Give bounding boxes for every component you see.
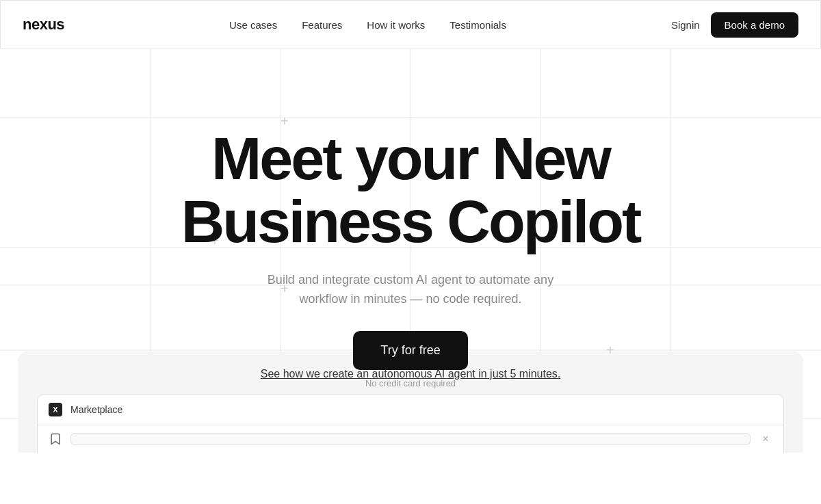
signin-button[interactable]: Signin [671,19,700,31]
demo-app-icon: X [49,403,62,416]
nav-use-cases[interactable]: Use cases [229,19,277,31]
demo-close-button[interactable]: × [759,432,772,446]
nav-links: Use cases Features How it works Testimon… [229,19,506,31]
hero-section: + + + + Meet your New Business Copilot B… [0,49,821,453]
demo-banner-link[interactable]: 5 minutes. [510,368,560,380]
demo-app-body: × [38,425,783,453]
book-demo-button[interactable]: Book a demo [711,12,798,38]
demo-app-title: Marketplace [70,404,122,415]
cta-note: No credit card required [365,378,456,388]
logo[interactable]: nexus [23,16,64,34]
navbar: nexus Use cases Features How it works Te… [0,0,821,49]
hero-title: Meet your New Business Copilot [181,127,640,254]
demo-app-titlebar: X Marketplace [38,395,783,425]
navbar-actions: Signin Book a demo [671,12,798,38]
nav-how-it-works[interactable]: How it works [367,19,425,31]
nav-features[interactable]: Features [302,19,342,31]
cta-group: Try for free No credit card required [353,331,467,388]
nav-testimonials[interactable]: Testimonials [449,19,506,31]
demo-app: X Marketplace × [37,394,784,453]
demo-input-bar[interactable] [70,433,751,445]
try-free-button[interactable]: Try for free [353,331,467,370]
cross-decoration-4: + [606,343,614,357]
hero-subtitle: Build and integrate custom AI agent to a… [246,270,575,310]
bookmark-icon [49,432,62,446]
